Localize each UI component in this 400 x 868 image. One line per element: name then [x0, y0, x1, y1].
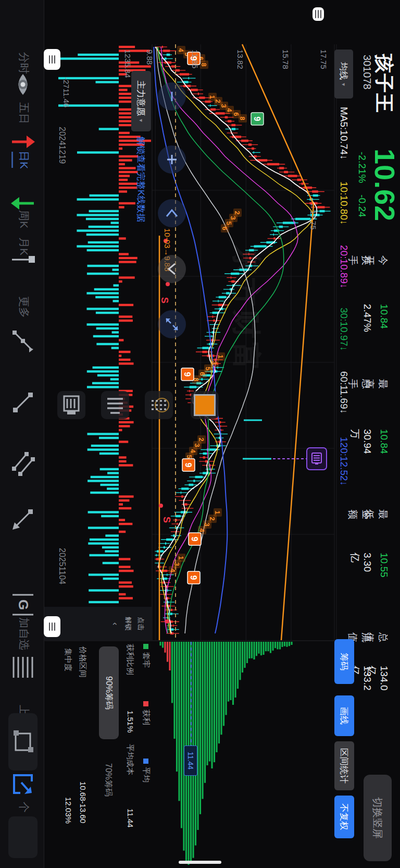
drag-handle-top-left[interactable]: [312, 7, 324, 21]
svg-text:3: 3: [173, 562, 181, 566]
bottom-toolbar: 分时五日日K周K月K更多加自选上个G: [0, 0, 44, 868]
unlock-strip-line2: 解锁: [123, 617, 133, 631]
avg-cost-badge: 11.44: [184, 745, 197, 776]
price-axis-label: 11.85: [191, 50, 199, 68]
ma-value-label: MA5:10.74↓: [338, 107, 349, 160]
notes-button[interactable]: [57, 391, 85, 419]
chip-legend: 套牢获利平均: [141, 644, 151, 783]
legend-label: 平均: [141, 767, 151, 783]
switch-portrait-button[interactable]: 切换竖屏: [364, 775, 392, 861]
chevron-left-button[interactable]: [158, 199, 186, 227]
svg-text:8: 8: [200, 63, 208, 66]
indicator-selector-button[interactable]: 主力意愿 ▾: [131, 71, 151, 131]
ma-value-label: 60:11.69↓: [338, 371, 349, 414]
price-axis-label: 13.82: [236, 50, 245, 69]
chevron-down-button[interactable]: [158, 255, 186, 283]
export-icon[interactable]: [8, 769, 38, 799]
legend-label: 套牢: [141, 652, 151, 668]
svg-text:3: 3: [210, 361, 218, 364]
svg-text:1: 1: [217, 354, 224, 358]
unlock-link[interactable]: 解锁查看完整K线数据: [135, 137, 147, 222]
stock-code: 301078: [361, 55, 373, 90]
high-annotation: ←17.75: [309, 202, 318, 230]
multi-lines-icon[interactable]: [8, 653, 38, 682]
svg-text:4: 4: [198, 528, 206, 532]
svg-text:8: 8: [239, 116, 246, 120]
svg-text:2: 2: [208, 517, 216, 520]
legend-swatch: [144, 644, 149, 649]
ray-arrow-icon[interactable]: [8, 326, 38, 356]
ma-value-label: 10:10.80↓: [338, 181, 349, 225]
swatch-orange-button[interactable]: [191, 391, 219, 419]
stock-name: 孩子王: [371, 54, 397, 113]
svg-text:3: 3: [203, 522, 211, 526]
tab-五日[interactable]: 五日: [17, 102, 31, 124]
change-value: -0.24: [356, 194, 368, 217]
ma-selector-button[interactable]: 均线 ▾: [334, 50, 353, 99]
date-label-right: 20251104: [57, 548, 67, 584]
arrow-up-red-icon[interactable]: [8, 127, 38, 156]
svg-text:6: 6: [221, 226, 229, 230]
svg-text:4: 4: [226, 108, 233, 112]
arrow-down-green-icon[interactable]: [8, 189, 38, 218]
concentration-label: 集中度: [63, 648, 73, 671]
stat-value: 3.30亿: [348, 553, 373, 572]
columns-icon: [106, 396, 124, 414]
parallel-lines-icon[interactable]: [8, 449, 38, 479]
line-style-dashed-button[interactable]: [145, 391, 173, 419]
tab-加自选[interactable]: 加自选: [17, 617, 31, 650]
tab-更多[interactable]: 更多: [17, 296, 31, 318]
stat-value: 30.94万: [348, 429, 373, 454]
price-range-label: 价格区间: [78, 646, 88, 678]
chevron-down-icon: ▾: [341, 83, 347, 86]
chips-button[interactable]: 筹码: [334, 639, 354, 684]
svg-text:4: 4: [169, 568, 177, 572]
draw-button[interactable]: 画线: [334, 695, 354, 736]
golden-section-icon[interactable]: G: [8, 590, 38, 619]
svg-text:G: G: [16, 600, 31, 610]
unlock-strip-line1: 点击: [136, 617, 145, 631]
drag-handle-right[interactable]: [44, 616, 60, 637]
adjust-button[interactable]: 不复权: [334, 796, 354, 838]
segment-icon[interactable]: [8, 388, 38, 417]
tab-个[interactable]: 个: [17, 802, 31, 813]
legend-item: 获利: [141, 701, 151, 725]
eye-icon[interactable]: [8, 70, 38, 99]
collapse-button[interactable]: [158, 310, 186, 338]
chip-70-button[interactable]: 70%筹码: [103, 763, 114, 797]
profit-ratio-value: 1.51%: [126, 711, 135, 733]
stat-value: 10.84: [378, 429, 390, 454]
stat-value: 10.55: [378, 553, 390, 578]
ma-value-label: 20:10.89↓: [338, 245, 349, 288]
arrow-segment-icon[interactable]: [8, 505, 38, 534]
empty-tile[interactable]: [8, 816, 38, 858]
legend-item: 套牢: [141, 644, 151, 668]
price-axis-label: 17.75: [319, 50, 328, 69]
range-stats-button[interactable]: 区间统计: [334, 741, 354, 790]
price-axis-label: 15.78: [281, 50, 290, 69]
rectangle-icon[interactable]: [8, 713, 38, 771]
svg-text:3: 3: [193, 443, 201, 447]
drag-handle-left[interactable]: [44, 49, 60, 70]
svg-text:9: 9: [183, 372, 192, 377]
svg-text:9: 9: [189, 576, 198, 580]
avg-cost-value: 11.44: [126, 809, 135, 827]
legend-label: 获利: [141, 710, 151, 725]
ma-value-label: 30:10.97↓: [338, 308, 349, 351]
chip-marker-badge[interactable]: [306, 447, 327, 470]
minus-button[interactable]: [158, 82, 186, 111]
svg-text:9: 9: [184, 463, 193, 468]
legend-item: 平均: [141, 759, 151, 783]
price-change: -2.21% -0.24: [356, 152, 368, 217]
svg-text:5: 5: [185, 455, 193, 458]
profit-ratio-label: 获利比例: [125, 644, 135, 675]
chip-90-button[interactable]: 90%筹码: [99, 646, 119, 739]
stat-label: 换手: [346, 255, 373, 265]
home-indicator[interactable]: [179, 861, 221, 864]
plus-button[interactable]: [158, 145, 186, 174]
flag-pin-icon[interactable]: [8, 245, 38, 274]
change-pct: -2.21%: [356, 152, 368, 183]
columns-button[interactable]: [101, 391, 129, 419]
watchlist-marker: [243, 420, 308, 459]
landscape-stage: 4568123468235613568234561234134999999SS …: [0, 0, 400, 868]
